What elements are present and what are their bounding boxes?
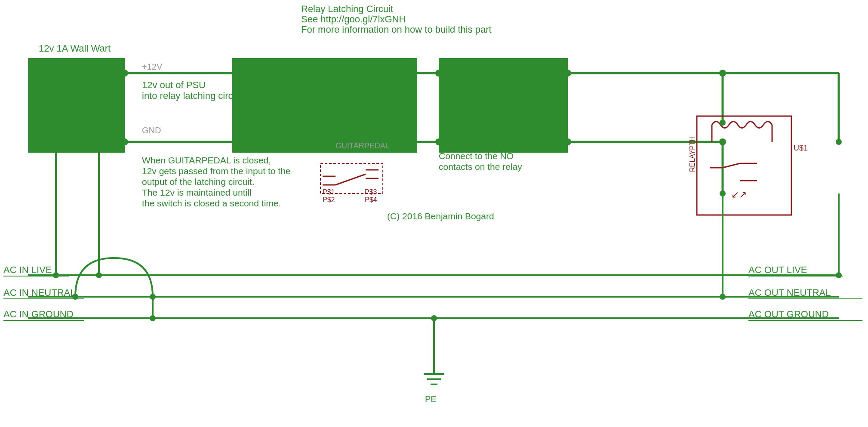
junction-gnd-right (564, 138, 571, 145)
junction-ac-ground-center (431, 315, 437, 321)
pedal-note-line5: the switch is closed a second time. (142, 198, 281, 208)
ps1-label: P$1 (323, 188, 335, 196)
relay-arrows: ↙↗ (731, 189, 747, 200)
right-green-box (439, 58, 568, 153)
ps3-label: P$3 (365, 188, 377, 196)
relay-right-dot (836, 139, 842, 145)
pedal-note-line3: output of the latching circuit. (142, 177, 255, 187)
psu-note-line1: 12v out of PSU (142, 80, 206, 90)
relay-coil-label: 12v out to relay coil (456, 82, 538, 92)
junction-12v-relay (719, 70, 726, 77)
junction-gnd-relay (719, 138, 726, 145)
relaypth-label: RELAYPTH (689, 136, 696, 172)
pedal-note-line4: The 12v is maintained untill (142, 187, 251, 197)
pe-label: PE (425, 394, 437, 404)
guitar-pedal-label: GUITARPEDAL (336, 141, 390, 150)
ac-in-live-label: AC IN LIVE (3, 264, 52, 275)
wall-wart-box (28, 58, 125, 153)
ac-out-neutral-label: AC OUT NEUTRAL (748, 287, 831, 298)
no-contacts-line2: contacts on the relay (439, 162, 522, 172)
schematic-diagram: Relay Latching Circuit See http://goo.gl… (0, 0, 868, 427)
junction-ac-live-right (836, 272, 842, 278)
relay-latching-box (232, 58, 417, 153)
title-line3: For more information on how to build thi… (301, 24, 492, 35)
junction-12v-right (564, 70, 571, 77)
copyright-label: (C) 2016 Benjamin Bogard (387, 211, 494, 221)
junction-gnd-left (121, 138, 128, 145)
ac-in-ground-label: AC IN GROUND (3, 309, 74, 319)
title-line1: Relay Latching Circuit (301, 3, 393, 14)
no-contacts-line1: Connect to the NO (439, 151, 514, 161)
pedal-note-line1: When GUITARPEDAL is closed, (142, 155, 271, 165)
junction-ac-neutral-relay (720, 294, 726, 300)
title-line2: See http://goo.gl/7lxGNH (301, 14, 406, 25)
ps4-label: P$4 (365, 196, 377, 203)
junction-ac-live-left2 (96, 272, 102, 278)
us1-label: U$1 (794, 144, 808, 152)
pedal-note-line2: 12v gets passed from the input to the (142, 166, 291, 176)
psu-note-line2: into relay latching circuit (142, 90, 243, 101)
plus12v-label: +12V (142, 62, 163, 71)
wall-wart-label: 12v 1A Wall Wart (39, 43, 111, 54)
gnd-label: GND (142, 126, 161, 135)
junction-ac-live-left1 (53, 272, 59, 278)
junction-ac-ground-left (150, 315, 156, 321)
ac-out-ground-label: AC OUT GROUND (748, 309, 829, 319)
junction-12v-mid (435, 70, 442, 77)
junction-12v-left (121, 70, 128, 77)
relay-top-dot (720, 120, 726, 126)
junction-gnd-mid (435, 138, 442, 145)
ac-out-live-label: AC OUT LIVE (748, 264, 807, 275)
ac-in-neutral-label: AC IN NEUTRAL (3, 287, 75, 298)
ps2-label: P$2 (323, 196, 335, 203)
